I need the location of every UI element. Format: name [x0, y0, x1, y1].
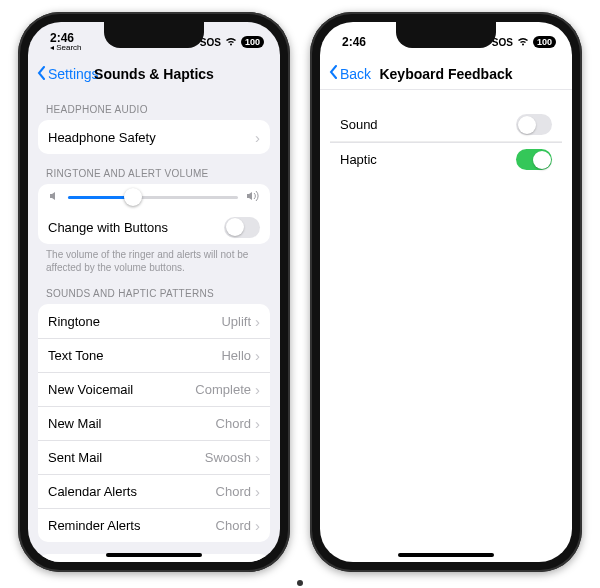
group-patterns: Ringtone Uplift › Text Tone Hello › New …	[38, 304, 270, 542]
group-feedback: Sound Haptic	[330, 108, 562, 176]
volume-slider-row	[38, 184, 270, 210]
row-label: Text Tone	[48, 348, 221, 363]
back-label: Settings	[48, 66, 99, 82]
notch	[396, 22, 496, 48]
volume-low-icon	[48, 190, 60, 204]
volume-slider[interactable]	[68, 196, 238, 199]
nav-bar-right: Back Keyboard Feedback	[320, 58, 572, 90]
back-button[interactable]: Back	[328, 65, 371, 82]
row-value: Swoosh	[205, 450, 251, 465]
row-new-mail[interactable]: New Mail Chord ›	[38, 406, 270, 440]
row-sound: Sound	[330, 108, 562, 142]
chevron-left-icon	[328, 65, 338, 82]
slider-thumb[interactable]	[124, 188, 142, 206]
chevron-right-icon: ›	[255, 517, 260, 534]
notch	[104, 22, 204, 48]
row-calendar-alerts[interactable]: Calendar Alerts Chord ›	[38, 474, 270, 508]
chevron-right-icon: ›	[255, 313, 260, 330]
status-time: 2:46	[342, 36, 366, 48]
row-label: Headphone Safety	[48, 130, 255, 145]
toggle-change-buttons[interactable]	[224, 217, 260, 238]
toggle-sound[interactable]	[516, 114, 552, 135]
row-ringtone[interactable]: Ringtone Uplift ›	[38, 304, 270, 338]
wifi-icon	[225, 37, 237, 48]
chevron-right-icon: ›	[255, 129, 260, 146]
volume-note: The volume of the ringer and alerts will…	[38, 244, 270, 274]
page-dot-indicator	[297, 580, 303, 586]
phone-right: 2:46 SOS 100 Back Keyboard Feedb	[310, 12, 582, 572]
row-value: Chord	[216, 484, 251, 499]
row-value: Chord	[216, 518, 251, 533]
group-headphone: Headphone Safety ›	[38, 120, 270, 154]
row-headphone-safety[interactable]: Headphone Safety ›	[38, 120, 270, 154]
row-label: Change with Buttons	[48, 220, 224, 235]
row-sent-mail[interactable]: Sent Mail Swoosh ›	[38, 440, 270, 474]
status-sos: SOS	[492, 37, 513, 48]
row-new-voicemail[interactable]: New Voicemail Complete ›	[38, 372, 270, 406]
group-volume: Change with Buttons	[38, 184, 270, 244]
row-label: Haptic	[340, 152, 516, 167]
screen-left: 2:46 ◂ Search SOS 100 Settings	[28, 22, 280, 562]
status-back-hint[interactable]: ◂ Search	[50, 44, 82, 52]
row-text-tone[interactable]: Text Tone Hello ›	[38, 338, 270, 372]
battery-icon: 100	[241, 36, 264, 48]
back-label: Back	[340, 66, 371, 82]
screen-right: 2:46 SOS 100 Back Keyboard Feedb	[320, 22, 572, 562]
chevron-right-icon: ›	[255, 381, 260, 398]
row-change-buttons: Change with Buttons	[38, 210, 270, 244]
volume-high-icon	[246, 190, 260, 204]
section-patterns: SOUNDS AND HAPTIC PATTERNS	[38, 274, 270, 304]
wifi-icon	[517, 37, 529, 48]
row-value: Complete	[195, 382, 251, 397]
row-label: New Mail	[48, 416, 216, 431]
row-label: Ringtone	[48, 314, 221, 329]
nav-bar-left: Settings Sounds & Haptics	[28, 58, 280, 90]
row-haptic: Haptic	[330, 142, 562, 176]
row-value: Uplift	[221, 314, 251, 329]
chevron-right-icon: ›	[255, 415, 260, 432]
row-value: Hello	[221, 348, 251, 363]
row-label: New Voicemail	[48, 382, 195, 397]
chevron-right-icon: ›	[255, 449, 260, 466]
home-indicator[interactable]	[106, 553, 202, 557]
chevron-left-icon	[36, 66, 46, 83]
section-headphone: HEADPHONE AUDIO	[38, 90, 270, 120]
row-reminder-alerts[interactable]: Reminder Alerts Chord ›	[38, 508, 270, 542]
chevron-right-icon: ›	[255, 347, 260, 364]
back-button[interactable]: Settings	[36, 66, 99, 83]
phone-left: 2:46 ◂ Search SOS 100 Settings	[18, 12, 290, 572]
scroll-content-left[interactable]: HEADPHONE AUDIO Headphone Safety › RINGT…	[28, 90, 280, 562]
scroll-content-right[interactable]: Sound Haptic	[320, 90, 572, 562]
row-label: Reminder Alerts	[48, 518, 216, 533]
toggle-haptic[interactable]	[516, 149, 552, 170]
row-value: Chord	[216, 416, 251, 431]
section-volume: RINGTONE AND ALERT VOLUME	[38, 154, 270, 184]
status-sos: SOS	[200, 37, 221, 48]
chevron-right-icon: ›	[255, 483, 260, 500]
row-label: Sent Mail	[48, 450, 205, 465]
battery-icon: 100	[533, 36, 556, 48]
row-label: Calendar Alerts	[48, 484, 216, 499]
row-label: Sound	[340, 117, 516, 132]
home-indicator[interactable]	[398, 553, 494, 557]
